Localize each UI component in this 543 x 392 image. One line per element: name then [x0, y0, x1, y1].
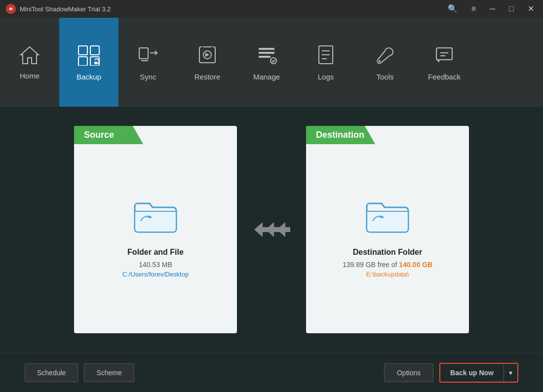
maximize-button[interactable]: □: [506, 4, 517, 14]
svg-rect-1: [78, 46, 87, 55]
nav-restore-label: Restore: [194, 73, 221, 81]
backup-now-dropdown[interactable]: ▾: [504, 364, 517, 382]
nav-feedback-label: Feedback: [428, 73, 461, 81]
destination-title: Destination Folder: [353, 248, 422, 257]
destination-path: E:\backupdata\: [366, 271, 409, 278]
source-title: Folder and File: [127, 248, 184, 257]
destination-card[interactable]: Destination Destination Folder 139.89 GB…: [306, 126, 469, 333]
feedback-icon: [433, 44, 455, 69]
svg-rect-9: [211, 47, 213, 50]
svg-rect-11: [259, 52, 274, 54]
nav-backup-label: Backup: [77, 73, 101, 81]
source-header: Source: [74, 126, 143, 144]
scheme-button[interactable]: Scheme: [84, 363, 134, 382]
nav-manage-label: Manage: [253, 73, 280, 81]
source-path: C:/Users/forev/Desktop: [122, 271, 189, 278]
backup-now-button[interactable]: Back up Now: [440, 364, 504, 382]
bottom-left-buttons: Schedule Scheme: [25, 363, 134, 382]
destination-size: 139.89 GB free of 140.00 GB: [343, 261, 432, 269]
home-icon: [19, 45, 40, 68]
cards-row: Source Folder and File 140.53 MB C:/User…: [25, 121, 518, 338]
minimize-button[interactable]: ─: [487, 4, 498, 14]
main-content: Source Folder and File 140.53 MB C:/User…: [0, 107, 543, 353]
destination-folder-icon: [363, 196, 412, 238]
svg-rect-2: [90, 46, 99, 55]
options-button[interactable]: Options: [384, 363, 433, 382]
title-bar-left: MiniTool ShadowMaker Trial 3.2: [6, 4, 111, 14]
logs-icon: [315, 44, 337, 69]
restore-icon: [196, 44, 218, 69]
backup-icon: [77, 44, 101, 69]
svg-rect-8: [201, 47, 203, 50]
sync-icon: [137, 44, 159, 69]
nav-tools-label: Tools: [376, 73, 393, 81]
window-controls: 🔍 ≡ ─ □ ✕: [445, 4, 537, 14]
destination-header: Destination: [306, 126, 375, 144]
app-title: MiniTool ShadowMaker Trial 3.2: [20, 5, 111, 13]
source-card[interactable]: Source Folder and File 140.53 MB C:/User…: [74, 126, 237, 333]
nav-home[interactable]: Home: [0, 18, 59, 107]
svg-rect-12: [259, 56, 271, 58]
title-bar: MiniTool ShadowMaker Trial 3.2 🔍 ≡ ─ □ ✕: [0, 0, 543, 18]
svg-point-18: [379, 60, 381, 62]
nav-backup[interactable]: Backup: [59, 18, 118, 107]
bottom-right-buttons: Options Back up Now ▾: [384, 363, 518, 383]
arrow-section: [237, 217, 306, 242]
nav-logs[interactable]: Logs: [296, 18, 355, 107]
nav-sync[interactable]: Sync: [118, 18, 178, 107]
bottom-bar: Schedule Scheme Options Back up Now ▾: [0, 353, 543, 392]
source-size: 140.53 MB: [139, 261, 172, 269]
nav-manage[interactable]: Manage: [237, 18, 296, 107]
nav-bar: Home Backup Sync: [0, 18, 543, 107]
source-folder-icon: [131, 196, 180, 238]
nav-restore[interactable]: Restore: [178, 18, 237, 107]
nav-feedback[interactable]: Feedback: [415, 18, 474, 107]
svg-rect-19: [436, 48, 452, 60]
nav-tools[interactable]: Tools: [355, 18, 415, 107]
app-logo: [6, 4, 16, 14]
svg-rect-10: [259, 48, 274, 50]
nav-home-label: Home: [20, 72, 39, 80]
svg-rect-3: [78, 57, 87, 66]
menu-button[interactable]: ≡: [468, 4, 479, 14]
nav-logs-label: Logs: [318, 73, 334, 81]
svg-rect-4: [90, 57, 99, 66]
search-button[interactable]: 🔍: [445, 4, 461, 14]
schedule-button[interactable]: Schedule: [25, 363, 78, 382]
nav-sync-label: Sync: [140, 73, 156, 81]
backup-now-group: Back up Now ▾: [439, 363, 518, 383]
svg-rect-5: [139, 48, 148, 59]
manage-icon: [256, 44, 277, 69]
close-button[interactable]: ✕: [525, 4, 537, 14]
tools-icon: [374, 44, 396, 69]
